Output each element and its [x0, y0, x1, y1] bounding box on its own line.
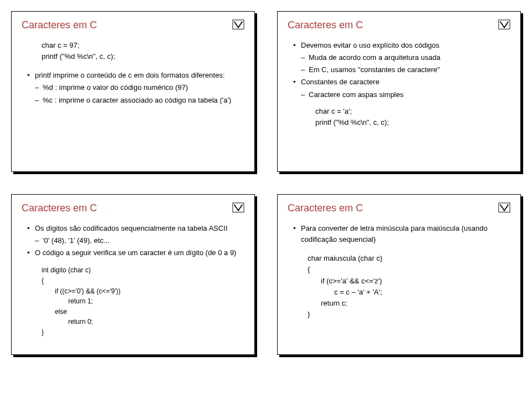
code-line: printf ("%d %c\n", c, c); — [293, 117, 510, 128]
dash-item: Caractere com aspas simples — [293, 89, 510, 100]
bullet-item: O código a seguir verifica se um caracte… — [27, 247, 244, 258]
dash-item: %d : imprime o valor do código numérico … — [27, 82, 244, 93]
code-line: c = c – 'a' + 'A'; — [293, 287, 510, 298]
slide-title: Caracteres em C — [288, 202, 363, 214]
logo-icon — [498, 19, 510, 29]
logo-icon — [498, 202, 510, 212]
bullet-item: Os dígitos são codificados sequencialmen… — [27, 223, 244, 234]
slide-top-right: Caracteres em C Devemos evitar o uso exp… — [277, 11, 521, 172]
code-line: char maiuscula (char c) — [293, 253, 510, 264]
code-line: char c = 97; — [27, 40, 244, 51]
slide-body: Para converter de letra minúscula para m… — [288, 223, 510, 320]
slide-top-left: Caracteres em C char c = 97; printf ("%d… — [11, 11, 255, 172]
dash-item: '0' (48), '1' (49), etc... — [27, 235, 244, 246]
slide-header: Caracteres em C — [288, 202, 510, 214]
slides-grid: Caracteres em C char c = 97; printf ("%d… — [11, 11, 521, 355]
code-line: return 1; — [27, 296, 244, 307]
code-line: printf ("%d %c\n", c, c); — [27, 51, 244, 62]
code-block: char maiuscula (char c) { if (c>='a' && … — [293, 253, 510, 320]
code-line: return c; — [293, 298, 510, 309]
bullet-item: Para converter de letra minúscula para m… — [293, 223, 510, 245]
slide-title: Caracteres em C — [288, 19, 363, 31]
code-line: { — [27, 276, 244, 286]
logo-icon — [232, 19, 244, 29]
slide-header: Caracteres em C — [22, 19, 244, 31]
code-line: if ((c>='0') && (c<='9')) — [27, 286, 244, 297]
slide-header: Caracteres em C — [288, 19, 510, 31]
slide-bottom-left: Caracteres em C Os dígitos são codificad… — [11, 194, 255, 355]
code-line: int digito (char c) — [27, 265, 244, 276]
slide-title: Caracteres em C — [22, 202, 97, 214]
slide-body: Devemos evitar o uso explícito dos códig… — [288, 40, 510, 128]
bullet-item: Constantes de caractere — [293, 77, 510, 88]
code-line: else — [27, 307, 244, 317]
code-line: { — [293, 264, 510, 275]
code-line: if (c>='a' && c<='z') — [293, 276, 510, 287]
code-line: return 0; — [27, 317, 244, 327]
slide-title: Caracteres em C — [22, 19, 97, 31]
dash-item: Muda de acordo com a arquitetura usada — [293, 52, 510, 63]
slide-header: Caracteres em C — [22, 202, 244, 214]
code-line: } — [293, 309, 510, 320]
code-line: } — [27, 327, 244, 338]
bullet-item: printf imprime o conteúdo de c em dois f… — [27, 70, 244, 81]
slide-body: char c = 97; printf ("%d %c\n", c, c); p… — [22, 40, 244, 106]
slide-bottom-right: Caracteres em C Para converter de letra … — [277, 194, 521, 355]
code-line: char c = 'a'; — [293, 106, 510, 117]
dash-item: %c : imprime o caracter associado ao cód… — [27, 95, 244, 106]
logo-icon — [232, 202, 244, 212]
slide-body: Os dígitos são codificados sequencialmen… — [22, 223, 244, 338]
dash-item: Em C, usamos "constantes de caractere" — [293, 64, 510, 75]
code-block: int digito (char c) { if ((c>='0') && (c… — [27, 265, 244, 337]
bullet-item: Devemos evitar o uso explícito dos códig… — [293, 40, 510, 51]
